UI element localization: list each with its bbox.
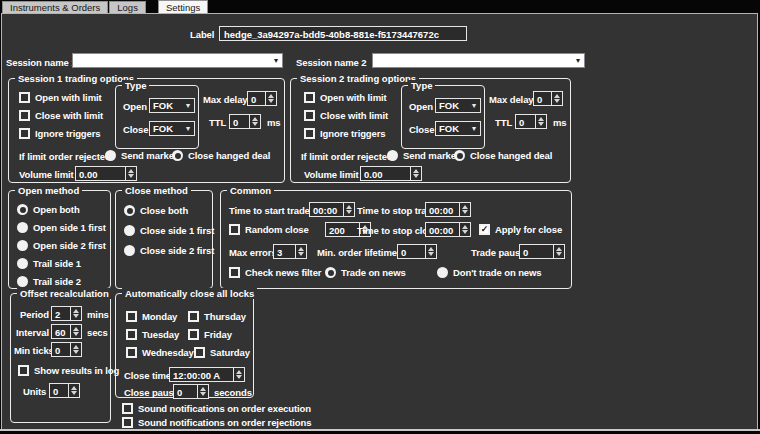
- time-stop-trade-spinbox[interactable]: 00:00: [425, 202, 471, 217]
- spin-buttons[interactable]: [459, 203, 470, 216]
- spin-down-icon[interactable]: [200, 392, 206, 396]
- radio-dot[interactable]: [124, 245, 135, 256]
- checkbox-box[interactable]: [126, 329, 137, 340]
- spin-up-icon[interactable]: [462, 205, 468, 209]
- chevron-down-icon[interactable]: ▾: [470, 102, 480, 110]
- close-time-spinbox[interactable]: 12:00:00 A: [169, 367, 245, 382]
- radio-dot[interactable]: [17, 276, 28, 287]
- min-ticks-spinbox[interactable]: 0: [51, 342, 82, 357]
- close-type-combobox[interactable]: FOK ▾: [149, 121, 195, 136]
- spin-buttons[interactable]: [233, 368, 244, 381]
- checkbox-close-with-limit[interactable]: Close with limit: [19, 109, 103, 122]
- spin-down-icon[interactable]: [556, 252, 562, 256]
- spin-buttons[interactable]: [343, 203, 354, 216]
- spin-down-icon[interactable]: [268, 99, 274, 103]
- label-input[interactable]: hedge_3a94297a-bdd5-40b8-881e-f517344767…: [219, 26, 467, 41]
- radio-dot[interactable]: [105, 150, 116, 161]
- units-spinbox[interactable]: 0: [49, 383, 80, 398]
- checkbox-friday[interactable]: Friday: [188, 328, 232, 341]
- radio-dot[interactable]: [17, 258, 28, 269]
- spin-up-icon[interactable]: [554, 94, 560, 98]
- radio-close-side-1-first[interactable]: Close side 1 first: [124, 224, 214, 237]
- tab-logs[interactable]: Logs: [109, 1, 146, 13]
- checkbox-box[interactable]: [229, 224, 240, 235]
- checkbox-close-with-limit[interactable]: Close with limit: [304, 109, 388, 122]
- session-name-2-combobox[interactable]: ▾: [372, 53, 585, 68]
- spin-down-icon[interactable]: [73, 350, 79, 354]
- trade-pause-spinbox[interactable]: 0: [519, 244, 565, 259]
- radio-open-both[interactable]: Open both: [17, 203, 80, 216]
- radio-open-side-2-first[interactable]: Open side 2 first: [17, 239, 106, 252]
- checkbox-open-with-limit[interactable]: Open with limit: [304, 91, 387, 104]
- close-pause-spinbox[interactable]: 0: [173, 384, 209, 399]
- spin-down-icon[interactable]: [73, 314, 79, 318]
- checkbox-thursday[interactable]: Thursday: [188, 310, 246, 323]
- spin-up-icon[interactable]: [428, 247, 434, 251]
- spin-down-icon[interactable]: [462, 210, 468, 214]
- spin-buttons[interactable]: [410, 167, 421, 180]
- radio-open-side-1-first[interactable]: Open side 1 first: [17, 221, 106, 234]
- spin-up-icon[interactable]: [268, 94, 274, 98]
- checkbox-wednesday[interactable]: Wednesday: [126, 346, 194, 359]
- checkbox-sound-order-execution[interactable]: Sound notifications on order execution: [122, 402, 311, 415]
- spin-up-icon[interactable]: [73, 327, 79, 331]
- spin-down-icon[interactable]: [71, 391, 77, 395]
- spin-buttons[interactable]: [265, 92, 276, 105]
- checkbox-box[interactable]: [19, 128, 30, 139]
- chevron-down-icon[interactable]: ▾: [574, 57, 584, 65]
- time-start-trade-spinbox[interactable]: 00:00: [309, 202, 355, 217]
- checkbox-show-results-in-log[interactable]: Show results in log: [18, 364, 119, 377]
- radio-dot[interactable]: [172, 150, 183, 161]
- period-spinbox[interactable]: 2: [51, 306, 82, 321]
- radio-dot[interactable]: [124, 205, 135, 216]
- checkbox-apply-for-close[interactable]: ✓ Apply for close: [479, 223, 562, 236]
- checkbox-box[interactable]: [122, 417, 133, 428]
- spin-buttons[interactable]: [70, 307, 81, 320]
- interval-spinbox[interactable]: 60: [51, 324, 82, 339]
- spin-up-icon[interactable]: [298, 247, 304, 251]
- radio-dot[interactable]: [17, 240, 28, 251]
- checkbox-random-close[interactable]: Random close: [229, 223, 309, 236]
- checkbox-box[interactable]: [229, 267, 240, 278]
- checkbox-box[interactable]: [188, 311, 199, 322]
- radio-close-both[interactable]: Close both: [124, 204, 188, 217]
- spin-down-icon[interactable]: [413, 174, 419, 178]
- radio-dot[interactable]: [124, 225, 135, 236]
- checkbox-box[interactable]: [304, 92, 315, 103]
- spin-buttons[interactable]: [295, 245, 306, 258]
- spin-buttons[interactable]: [535, 115, 546, 128]
- spin-down-icon[interactable]: [252, 122, 258, 126]
- radio-dot[interactable]: [17, 222, 28, 233]
- checkbox-saturday[interactable]: Saturday: [194, 346, 250, 359]
- session-name-1-combobox[interactable]: ▾: [72, 53, 283, 68]
- chevron-down-icon[interactable]: ▾: [184, 125, 194, 133]
- checkbox-box[interactable]: [304, 110, 315, 121]
- spin-buttons[interactable]: [425, 245, 436, 258]
- checkbox-box[interactable]: [188, 329, 199, 340]
- checkbox-open-with-limit[interactable]: Open with limit: [19, 91, 102, 104]
- spin-down-icon[interactable]: [538, 122, 544, 126]
- volume-limit-spinbox[interactable]: 0.00: [360, 166, 422, 181]
- radio-dont-trade-on-news[interactable]: Don't trade on news: [437, 266, 542, 279]
- radio-dot[interactable]: [17, 204, 28, 215]
- spin-up-icon[interactable]: [73, 345, 79, 349]
- spin-up-icon[interactable]: [128, 169, 134, 173]
- checkbox-box[interactable]: [304, 128, 315, 139]
- spin-down-icon[interactable]: [346, 210, 352, 214]
- ttl-spinbox[interactable]: 0: [229, 114, 261, 129]
- radio-trade-on-news[interactable]: Trade on news: [325, 266, 406, 279]
- max-delay-spinbox[interactable]: 0: [533, 91, 563, 106]
- spin-up-icon[interactable]: [462, 225, 468, 229]
- radio-dot[interactable]: [454, 150, 465, 161]
- spin-buttons[interactable]: [68, 384, 79, 397]
- checkbox-ignore-triggers[interactable]: Ignore triggers: [19, 127, 101, 140]
- spin-buttons[interactable]: [70, 343, 81, 356]
- spin-down-icon[interactable]: [236, 375, 242, 379]
- spin-down-icon[interactable]: [554, 99, 560, 103]
- checkbox-check-news-filter[interactable]: Check news filter: [229, 266, 321, 279]
- chevron-down-icon[interactable]: ▾: [184, 102, 194, 110]
- checkbox-box[interactable]: [126, 347, 137, 358]
- checkbox-box[interactable]: [19, 110, 30, 121]
- spin-up-icon[interactable]: [556, 247, 562, 251]
- chevron-down-icon[interactable]: ▾: [470, 125, 480, 133]
